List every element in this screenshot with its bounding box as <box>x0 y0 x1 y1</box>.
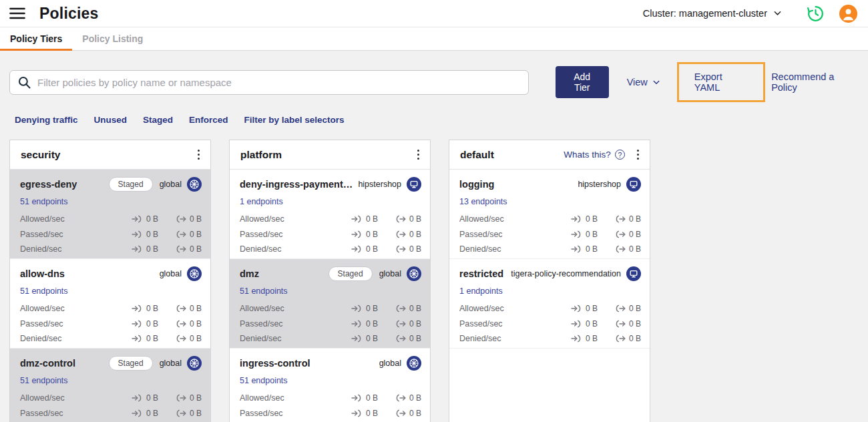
policy-stats: Allowed/sec 0 B 0 B Passed/sec <box>459 301 641 347</box>
policy-card[interactable]: egress-deny Staged global <box>10 170 210 259</box>
stat-egress-value: 0 B <box>409 319 421 329</box>
policy-name: dmz-control <box>20 358 105 369</box>
endpoints-link[interactable]: 51 endpoints <box>20 286 68 296</box>
quick-filters: Denying traffic Unused Staged Enforced F… <box>15 115 859 125</box>
egress-icon <box>175 335 186 343</box>
stat-egress-value: 0 B <box>190 409 202 418</box>
stat-row: Passed/sec 0 B 0 B <box>20 406 202 421</box>
policy-card[interactable]: dmz Staged global <box>230 259 430 349</box>
ingress-icon <box>351 335 363 343</box>
policy-list: egress-deny Staged global <box>10 170 210 422</box>
namespace-icon <box>407 177 421 192</box>
policy-name: logging <box>459 179 574 190</box>
policy-card[interactable]: restricted tigera-policy-recommendation <box>449 259 650 349</box>
filter-denying-traffic[interactable]: Denying traffic <box>15 115 78 125</box>
policy-scope-label: hipstershop <box>578 180 621 189</box>
policy-card[interactable]: ingress-control global <box>230 349 430 422</box>
stat-label: Denied/sec <box>459 244 563 254</box>
stat-row: Passed/sec 0 B 0 B <box>459 316 641 332</box>
user-avatar-icon[interactable] <box>839 5 857 23</box>
endpoints-link[interactable]: 51 endpoints <box>240 286 288 296</box>
tier-header: default Whats this? ? <box>449 140 650 170</box>
endpoints-link[interactable]: 51 endpoints <box>240 376 288 385</box>
stat-row: Passed/sec 0 B 0 B <box>459 227 641 242</box>
tier-header: platform ? <box>230 140 430 170</box>
stat-ingress-value: 0 B <box>366 409 378 418</box>
policy-card[interactable]: allow-dns global <box>10 259 210 349</box>
staged-badge: Staged <box>109 356 153 371</box>
endpoints-link[interactable]: 1 endpoints <box>459 286 503 296</box>
toolbar: Add Tier View Export YAML Recommend a Po… <box>9 62 859 102</box>
stat-label: Denied/sec <box>459 334 563 343</box>
stat-row: Passed/sec 0 B 0 B <box>240 406 421 421</box>
globe-icon <box>187 177 202 192</box>
egress-icon <box>614 335 626 343</box>
ingress-icon <box>351 394 363 402</box>
ingress-icon <box>132 245 143 253</box>
ingress-icon <box>351 304 363 312</box>
export-yaml-button[interactable]: Export YAML <box>677 62 765 102</box>
ingress-icon <box>132 320 143 328</box>
policy-scope-label: global <box>379 269 401 278</box>
endpoints-link[interactable]: 1 endpoints <box>240 197 283 206</box>
ingress-icon <box>132 230 143 238</box>
stat-ingress-value: 0 B <box>146 230 158 239</box>
history-icon[interactable] <box>807 5 825 23</box>
endpoints-link[interactable]: 51 endpoints <box>20 197 68 206</box>
policy-stats: Allowed/sec 0 B 0 B Passed/sec <box>20 301 202 347</box>
tier-menu-kebab-icon[interactable] <box>633 146 643 163</box>
stat-row: Allowed/sec 0 B 0 B <box>20 301 202 316</box>
tier-menu-kebab-icon[interactable] <box>413 146 423 163</box>
tier-menu-kebab-icon[interactable] <box>194 146 204 163</box>
tier-help-link[interactable]: Whats this? ? <box>564 150 625 160</box>
stat-row: Allowed/sec 0 B 0 B <box>20 212 202 227</box>
endpoints-link[interactable]: 13 endpoints <box>459 197 507 206</box>
stat-ingress-value: 0 B <box>146 319 158 329</box>
tab-policy-listing[interactable]: Policy Listing <box>72 27 153 50</box>
stat-ingress-value: 0 B <box>146 409 158 418</box>
stat-label: Allowed/sec <box>240 214 343 224</box>
stat-egress-value: 0 B <box>190 214 202 224</box>
filter-staged[interactable]: Staged <box>143 115 173 125</box>
tier-header: security ? <box>10 140 210 170</box>
cluster-selector[interactable]: Cluster: management-cluster <box>643 8 781 19</box>
egress-icon <box>614 215 626 223</box>
tier-columns: security ? egress-deny Staged global <box>9 140 859 422</box>
stat-egress-value: 0 B <box>409 334 421 343</box>
stat-row: Denied/sec 0 B 0 B <box>20 331 202 347</box>
stat-row: Denied/sec 0 B 0 B <box>240 242 421 257</box>
add-tier-button[interactable]: Add Tier <box>556 66 609 98</box>
tier-column: security ? egress-deny Staged global <box>9 140 211 422</box>
stat-ingress-value: 0 B <box>366 334 378 343</box>
policy-card[interactable]: deny-ingress-paymentservi... hipstershop <box>230 170 430 259</box>
stat-row: Allowed/sec 0 B 0 B <box>20 391 202 406</box>
tab-policy-tiers[interactable]: Policy Tiers <box>0 27 72 50</box>
ingress-icon <box>132 304 143 312</box>
stat-ingress-value: 0 B <box>366 230 378 239</box>
policy-card[interactable]: logging hipstershop <box>449 170 650 259</box>
egress-icon <box>614 320 626 328</box>
stat-label: Passed/sec <box>240 319 343 329</box>
stat-ingress-value: 0 B <box>586 244 598 254</box>
stat-ingress-value: 0 B <box>586 214 598 224</box>
policy-search[interactable] <box>9 70 529 95</box>
stat-row: Passed/sec 0 B 0 B <box>240 316 421 332</box>
stat-ingress-value: 0 B <box>146 304 158 313</box>
policy-card[interactable]: dmz-control Staged global <box>10 349 210 422</box>
policy-stats: Allowed/sec 0 B 0 B Passed/sec <box>240 391 421 422</box>
egress-icon <box>395 320 406 328</box>
filter-by-label-selectors[interactable]: Filter by label selectors <box>244 115 345 125</box>
filter-enforced[interactable]: Enforced <box>189 115 228 125</box>
egress-icon <box>395 304 406 312</box>
ingress-icon <box>571 320 582 328</box>
endpoints-link[interactable]: 51 endpoints <box>20 376 68 385</box>
namespace-icon <box>626 266 641 281</box>
egress-icon <box>614 230 626 238</box>
stat-label: Allowed/sec <box>20 214 124 224</box>
search-input[interactable] <box>37 77 520 88</box>
view-button[interactable]: View <box>627 77 660 87</box>
recommend-policy-button[interactable]: Recommend a Policy <box>771 71 859 93</box>
stat-row: Denied/sec 0 B 0 B <box>20 242 202 257</box>
hamburger-menu-icon[interactable] <box>9 7 27 20</box>
filter-unused[interactable]: Unused <box>94 115 128 125</box>
